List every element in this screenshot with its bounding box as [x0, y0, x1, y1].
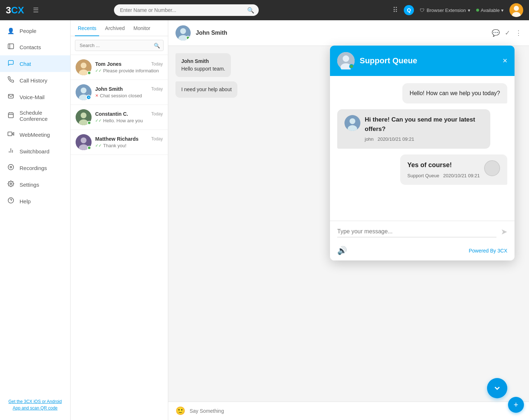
support-queue-message-input[interactable]: [337, 226, 496, 237]
scroll-down-button[interactable]: [487, 378, 507, 398]
user-message-content: Hi there! Can you send me your latest of…: [365, 115, 483, 143]
switchboard-icon: [7, 147, 14, 155]
status-label: Available: [481, 8, 500, 13]
sidebar-item-settings[interactable]: Settings: [0, 176, 70, 193]
delivered-icon: ✓✓: [95, 143, 102, 148]
chat-action-check[interactable]: ✓: [505, 29, 510, 37]
svg-point-36: [343, 55, 349, 62]
help-icon: [7, 197, 14, 205]
tab-archived[interactable]: Archived: [102, 20, 127, 36]
avatar-svg: [509, 3, 523, 17]
grid-icon[interactable]: ⠿: [393, 6, 398, 14]
sidebar-item-chat[interactable]: Chat: [0, 55, 70, 72]
sidebar-label-switchboard: Switchboard: [20, 148, 50, 154]
message-preview: ✓✓ Thank you!: [95, 143, 163, 148]
audio-toggle-button[interactable]: 🔊: [337, 246, 347, 255]
user-message-meta: john 2020/10/21 09:21: [365, 136, 483, 143]
tab-recents[interactable]: Recents: [75, 20, 99, 36]
message-text: Hello support team.: [181, 65, 225, 73]
message-preview: ✓✓ Please provide information: [95, 68, 163, 73]
status-online-dot: [87, 146, 91, 150]
user-avatar[interactable]: [509, 3, 523, 17]
support-agent-avatar: [484, 160, 500, 176]
chat-list-item[interactable]: Constantin C. Today ✓✓ Hello. How are yo…: [71, 105, 168, 130]
chat-item-content: Matthew Richards Today ✓✓ Thank you!: [95, 136, 163, 148]
sidebar-item-contacts[interactable]: Contacts: [0, 39, 70, 55]
contact-name: Matthew Richards: [95, 136, 139, 142]
queue-badge[interactable]: Q: [404, 5, 414, 15]
app-download-link[interactable]: Get the 3CX iOS or Android App and scan …: [7, 398, 63, 411]
svg-point-16: [10, 166, 12, 168]
sidebar-item-help[interactable]: Help: [0, 193, 70, 209]
search-icon-chat: 🔍: [154, 43, 160, 48]
user-message-text: Hi there! Can you send me your latest of…: [365, 115, 483, 133]
shield-icon: 🛡: [420, 8, 424, 13]
sidebar-label-contacts: Contacts: [20, 44, 41, 50]
hamburger-menu-icon[interactable]: ☰: [33, 6, 39, 14]
chat-list: Tom Jones Today ✓✓ Please provide inform…: [71, 55, 168, 420]
svg-point-15: [8, 165, 14, 170]
chat-list-item[interactable]: Tom Jones Today ✓✓ Please provide inform…: [71, 55, 168, 80]
svg-rect-11: [8, 132, 12, 136]
avatar-matthew: [76, 134, 92, 150]
chat-item-header: John Smith Today: [95, 86, 163, 92]
sidebar-item-call-history[interactable]: Call History: [0, 72, 70, 89]
svg-point-1: [514, 6, 519, 11]
main-chat-contact-name: John Smith: [196, 30, 487, 36]
svg-point-27: [81, 113, 86, 118]
voicemail-icon: [7, 93, 14, 101]
sidebar-item-voicemail[interactable]: Voice-Mail: [0, 89, 70, 105]
support-queue-online-dot: [349, 64, 354, 69]
contact-name: Tom Jones: [95, 61, 122, 67]
sidebar-label-help: Help: [20, 198, 31, 204]
sidebar-item-switchboard[interactable]: Switchboard: [0, 143, 70, 160]
avatar-tom-jones: [76, 59, 92, 75]
send-message-button[interactable]: ➤: [501, 227, 507, 237]
close-button[interactable]: ×: [503, 56, 507, 65]
message-input[interactable]: [190, 408, 522, 414]
webmeeting-icon: [7, 131, 14, 139]
chat-item-header: Constantin C. Today: [95, 111, 163, 117]
status-online-dot: [87, 121, 91, 125]
chat-panel: Recents Archived Monitor 🔍 Tom Jones: [71, 20, 168, 420]
emoji-button[interactable]: 🙂: [175, 406, 185, 416]
chat-list-item[interactable]: Matthew Richards Today ✓✓ Thank you!: [71, 130, 168, 155]
support-queue-messages: Hello! How can we help you today? Hi the…: [330, 76, 515, 221]
sidebar-label-call-history: Call History: [20, 77, 47, 84]
main-chat-area: John Smith 💬 ✓ ⋮ John Smith Hello suppor…: [168, 20, 529, 420]
chat-action-more[interactable]: ⋮: [515, 29, 522, 37]
tab-monitor[interactable]: Monitor: [131, 20, 153, 36]
settings-icon: [7, 181, 14, 188]
search-icon: 🔍: [247, 7, 254, 14]
sidebar-label-people: People: [20, 28, 37, 34]
powered-by-label: Powered By 3CX: [469, 248, 507, 254]
svg-point-24: [81, 88, 86, 93]
support-queue-input-area: ➤: [330, 221, 515, 242]
avatar-john-smith: ✕: [76, 84, 92, 100]
support-message: Yes of course! Support Queue 2020/10/21 …: [400, 154, 507, 185]
new-chat-button[interactable]: +: [508, 397, 524, 413]
chat-list-item[interactable]: ✕ John Smith Today ✕ Chat session closed: [71, 80, 168, 105]
sidebar-item-webmeeting[interactable]: WebMeeting: [0, 126, 70, 143]
svg-rect-6: [8, 113, 13, 118]
people-icon: 👤: [7, 27, 14, 34]
status-selector[interactable]: Available ▾: [476, 8, 504, 13]
chat-action-comment[interactable]: 💬: [492, 29, 500, 37]
sidebar-label-webmeeting: WebMeeting: [20, 132, 50, 138]
closed-icon: ✕: [95, 93, 98, 98]
sidebar-label-voicemail: Voice-Mail: [20, 94, 45, 100]
app-layout: 👤 People Contacts Chat Call History V: [0, 20, 529, 420]
chat-badge: ✕: [86, 95, 91, 100]
chat-search-input[interactable]: [75, 40, 164, 51]
avatar-constantin: [76, 109, 92, 125]
contact-name: John Smith: [95, 86, 123, 92]
sidebar-item-people[interactable]: 👤 People: [0, 23, 70, 39]
sidebar-item-schedule-conference[interactable]: Schedule Conference: [0, 105, 70, 126]
chevron-down-icon-2: ▾: [501, 8, 504, 13]
online-dot-main: [186, 36, 190, 40]
message-bubble: John Smith Hello support team.: [175, 53, 231, 77]
search-input[interactable]: [114, 4, 259, 16]
chat-tabs: Recents Archived Monitor: [71, 20, 168, 36]
browser-extension-menu[interactable]: 🛡 Browser Extension ▾: [420, 8, 470, 13]
sidebar-item-recordings[interactable]: Recordings: [0, 160, 70, 176]
